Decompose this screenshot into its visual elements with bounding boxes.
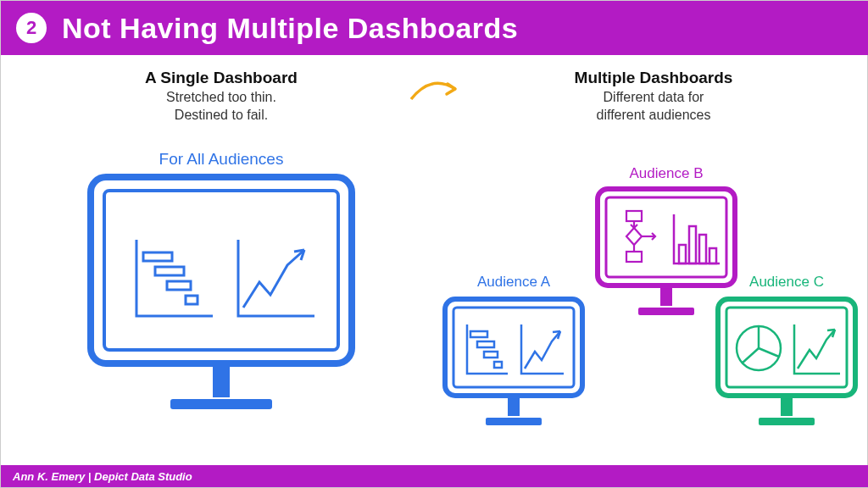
footer-bar: Ann K. Emery | Depict Data Studio	[1, 465, 868, 487]
svg-rect-27	[726, 308, 847, 387]
svg-rect-21	[626, 252, 642, 262]
header-bar: 2 Not Having Multiple Dashboards	[1, 1, 868, 55]
right-column: Multiple Dashboards Different data for d…	[476, 69, 832, 125]
svg-rect-25	[709, 248, 716, 263]
svg-rect-24	[699, 235, 706, 263]
audience-c-label: Audience C	[715, 274, 859, 291]
right-desc-line1: Different data for	[604, 90, 704, 104]
monitor-audience-c	[715, 296, 859, 435]
svg-rect-22	[679, 245, 686, 263]
left-heading: A Single Dashboard	[60, 69, 382, 87]
svg-rect-11	[486, 418, 542, 425]
svg-rect-6	[167, 281, 191, 290]
svg-rect-5	[155, 267, 184, 275]
svg-rect-9	[453, 308, 574, 387]
arrow-icon	[408, 74, 467, 111]
slide: 2 Not Having Multiple Dashboards A Singl…	[0, 0, 868, 488]
svg-rect-29	[759, 418, 815, 425]
svg-rect-7	[186, 296, 198, 304]
monitor-all-audiences	[86, 172, 357, 430]
svg-rect-10	[508, 397, 520, 416]
svg-rect-13	[477, 341, 494, 347]
monitor-audience-a	[442, 296, 586, 435]
left-column: A Single Dashboard Stretched too thin. D…	[60, 69, 382, 125]
svg-rect-18	[660, 287, 672, 306]
svg-rect-3	[170, 399, 272, 409]
right-description: Different data for different audiences	[476, 89, 832, 125]
left-desc-line1: Stretched too thin.	[166, 90, 276, 104]
svg-rect-28	[781, 397, 793, 416]
svg-rect-4	[143, 252, 172, 261]
svg-rect-23	[689, 226, 696, 263]
footer-text: Ann K. Emery | Depict Data Studio	[13, 470, 192, 483]
slide-number-badge: 2	[16, 13, 47, 43]
svg-rect-0	[91, 177, 352, 363]
left-desc-line2: Destined to fail.	[175, 108, 268, 122]
svg-rect-2	[213, 365, 230, 397]
svg-rect-14	[484, 352, 498, 358]
svg-rect-16	[598, 189, 735, 286]
svg-rect-17	[606, 197, 726, 277]
svg-rect-1	[104, 191, 338, 350]
svg-rect-20	[626, 211, 642, 221]
svg-rect-8	[445, 299, 582, 396]
right-desc-line2: different audiences	[597, 108, 711, 122]
svg-rect-12	[470, 331, 487, 337]
right-heading: Multiple Dashboards	[476, 69, 832, 87]
svg-rect-15	[494, 362, 502, 368]
big-monitor-label: For All Audiences	[86, 150, 357, 169]
audience-b-label: Audience B	[594, 165, 738, 182]
svg-rect-26	[718, 299, 855, 396]
svg-rect-19	[638, 308, 694, 315]
audience-a-label: Audience A	[442, 274, 586, 291]
slide-title: Not Having Multiple Dashboards	[62, 12, 518, 45]
left-description: Stretched too thin. Destined to fail.	[60, 89, 382, 125]
